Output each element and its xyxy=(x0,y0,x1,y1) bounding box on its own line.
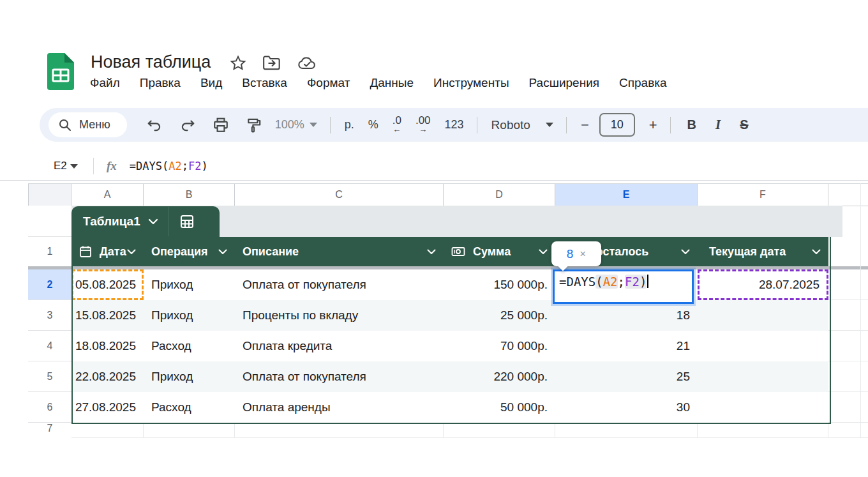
cell-d7[interactable] xyxy=(444,423,555,438)
redo-icon[interactable] xyxy=(179,117,196,133)
cell-e3[interactable]: 18 xyxy=(555,300,698,331)
row-header-3[interactable]: 3 xyxy=(28,300,71,331)
header-cell-description[interactable]: Описание xyxy=(235,237,444,266)
column-header-f[interactable]: F xyxy=(698,184,828,206)
paint-format-icon[interactable] xyxy=(246,117,262,133)
cell-c3[interactable]: Проценты по вкладу xyxy=(235,300,444,331)
cell-a4[interactable]: 18.08.2025 xyxy=(71,331,144,361)
undo-icon[interactable] xyxy=(146,117,163,133)
increase-font-size-button[interactable]: + xyxy=(649,117,657,133)
cell-c4[interactable]: Оплата кредита xyxy=(235,331,444,361)
close-icon[interactable]: × xyxy=(580,248,586,261)
cell-c6[interactable]: Оплата аренды xyxy=(235,392,444,423)
print-icon[interactable] xyxy=(213,117,229,133)
menu-help[interactable]: Справка xyxy=(619,76,667,90)
column-header-c[interactable]: C xyxy=(235,184,444,206)
cell-e6[interactable]: 30 xyxy=(555,392,698,423)
header-cell-operation[interactable]: Операция xyxy=(144,237,235,266)
cell-d4[interactable]: 70 000р. xyxy=(444,331,555,361)
cell-e7[interactable] xyxy=(555,423,698,438)
cell-b2[interactable]: Приход xyxy=(144,269,235,300)
cloud-check-icon[interactable] xyxy=(297,56,317,71)
cell-b6[interactable]: Расход xyxy=(144,392,235,423)
header-cell-date[interactable]: Дата xyxy=(71,237,144,266)
menu-edit[interactable]: Правка xyxy=(140,76,181,90)
font-family-select[interactable]: Roboto xyxy=(491,118,530,132)
formula-input[interactable]: =DAYS(A2;F2) xyxy=(130,160,208,172)
cell-c5[interactable]: Оплата от покупателя xyxy=(235,361,444,392)
select-all-corner[interactable] xyxy=(28,184,71,206)
menu-file[interactable]: Файл xyxy=(90,76,120,90)
chevron-down-icon[interactable] xyxy=(539,249,548,255)
currency-format-button[interactable]: р. xyxy=(345,118,354,132)
strikethrough-button[interactable]: S xyxy=(740,117,748,132)
decrease-font-size-button[interactable]: − xyxy=(581,117,589,133)
row-header-7[interactable]: 7 xyxy=(28,423,71,438)
move-folder-icon[interactable] xyxy=(263,56,281,71)
row-header-5[interactable]: 5 xyxy=(28,361,71,392)
menu-view[interactable]: Вид xyxy=(200,76,222,90)
cell-d3[interactable]: 25 000р. xyxy=(444,300,555,331)
cell-e5[interactable]: 25 xyxy=(555,361,698,392)
bold-button[interactable]: B xyxy=(687,117,696,132)
cell-c2[interactable]: Оплата от покупателя xyxy=(235,269,444,300)
decrease-decimal-button[interactable]: .0← xyxy=(393,116,401,134)
cell-a7[interactable] xyxy=(71,423,144,438)
column-header-d[interactable]: D xyxy=(444,184,555,206)
menu-format[interactable]: Формат xyxy=(307,76,350,90)
cell-f2[interactable]: 28.07.2025 xyxy=(698,269,828,300)
percent-format-button[interactable]: % xyxy=(368,118,378,132)
chevron-down-icon[interactable] xyxy=(681,249,690,255)
cell-a2[interactable]: 05.08.2025 xyxy=(71,269,144,300)
cell-b3[interactable]: Приход xyxy=(144,300,235,331)
column-header-e[interactable]: E xyxy=(555,184,698,206)
chevron-down-icon[interactable] xyxy=(127,249,136,255)
menu-insert[interactable]: Вставка xyxy=(242,76,287,90)
cell-editor-e2[interactable]: =DAYS(A2;F2) xyxy=(553,269,694,304)
font-size-input[interactable]: 10 xyxy=(599,113,635,137)
sheets-logo-icon[interactable] xyxy=(47,53,74,90)
cell-d5[interactable]: 220 000р. xyxy=(444,361,555,392)
document-title[interactable]: Новая таблица xyxy=(91,52,211,72)
row-header-6[interactable]: 6 xyxy=(28,392,71,423)
header-cell-amount[interactable]: Сумма xyxy=(444,237,555,266)
menu-data[interactable]: Данные xyxy=(370,76,414,90)
cell-f7[interactable] xyxy=(698,423,828,438)
cell-e4[interactable]: 21 xyxy=(555,331,698,361)
cell-a6[interactable]: 27.08.2025 xyxy=(71,392,144,423)
chevron-down-icon[interactable] xyxy=(218,249,227,255)
more-formats-button[interactable]: 123 xyxy=(445,118,464,132)
column-header-a[interactable]: A xyxy=(71,184,144,206)
menu-search-button[interactable]: Меню xyxy=(49,112,127,137)
cell-a3[interactable]: 15.08.2025 xyxy=(71,300,144,331)
italic-button[interactable]: I xyxy=(715,117,721,133)
chevron-down-icon[interactable] xyxy=(70,164,78,169)
cell-d6[interactable]: 50 000р. xyxy=(444,392,555,423)
cell-f4[interactable] xyxy=(698,331,828,361)
cell-b7[interactable] xyxy=(144,423,235,438)
cell-f3[interactable] xyxy=(698,300,828,331)
name-box[interactable]: E2 xyxy=(54,160,108,172)
cell-c7[interactable] xyxy=(235,423,444,438)
table-grid-icon[interactable] xyxy=(179,214,195,229)
table-chip[interactable]: Таблица1 xyxy=(71,206,220,237)
row-header-4[interactable]: 4 xyxy=(28,331,71,361)
chevron-down-icon[interactable] xyxy=(148,218,158,225)
row-header-2[interactable]: 2 xyxy=(28,269,71,300)
menu-extensions[interactable]: Расширения xyxy=(529,76,600,90)
cell-f6[interactable] xyxy=(698,392,828,423)
cell-b4[interactable]: Расход xyxy=(144,331,235,361)
chevron-down-icon[interactable] xyxy=(546,123,553,127)
menu-tools[interactable]: Инструменты xyxy=(433,76,509,90)
star-icon[interactable] xyxy=(230,55,246,72)
chevron-down-icon[interactable] xyxy=(812,249,821,255)
cell-a5[interactable]: 22.08.2025 xyxy=(71,361,144,392)
cell-b5[interactable]: Приход xyxy=(144,361,235,392)
cell-f5[interactable] xyxy=(698,361,828,392)
increase-decimal-button[interactable]: .00→ xyxy=(415,116,431,134)
cell-d2[interactable]: 150 000р. xyxy=(444,269,555,300)
header-cell-current-date[interactable]: Текущая дата xyxy=(698,237,828,266)
chevron-down-icon[interactable] xyxy=(427,249,436,255)
row-header-1[interactable]: 1 xyxy=(28,237,71,266)
zoom-select[interactable]: 100% xyxy=(275,118,317,132)
